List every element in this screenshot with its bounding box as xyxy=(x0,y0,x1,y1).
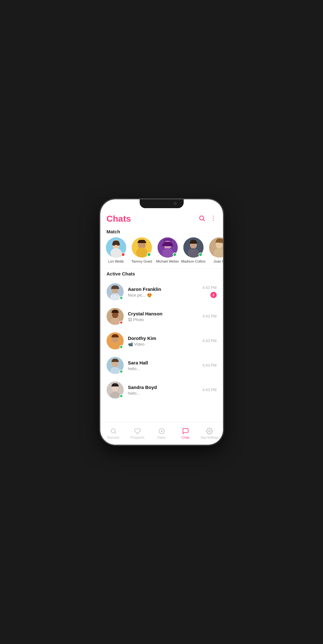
chats-list: Aaron Franklin Nice pic... 😍 4:43 PM 2 xyxy=(100,280,223,422)
match-name-joan: Joan G xyxy=(214,259,223,263)
match-avatar-wrap-joan xyxy=(209,237,223,258)
status-dot-michael xyxy=(173,253,177,257)
chat-item-dorothy[interactable]: Dorothy Kim 📹 Video 4:43 PM xyxy=(100,329,223,353)
active-chats-label: Active Chats xyxy=(100,269,223,280)
chat-preview-crystal: 🖼 Photo xyxy=(128,317,198,322)
chat-avatar-wrap-sara xyxy=(107,357,124,374)
nav-item-prospects[interactable]: Prospects xyxy=(125,428,149,439)
match-name-madison: Madison Collins xyxy=(181,259,206,263)
chat-name-sara: Sara Hall xyxy=(128,360,198,365)
chat-item-aaron[interactable]: Aaron Franklin Nice pic... 😍 4:43 PM 2 xyxy=(100,280,223,304)
chat-meta-aaron: 4:43 PM 2 xyxy=(203,286,217,298)
status-dot-dorothy xyxy=(120,345,123,349)
svg-line-41 xyxy=(115,432,116,434)
chat-item-sara[interactable]: Sara Hall hello... 4:43 PM xyxy=(100,353,223,378)
chat-content-aaron: Aaron Franklin Nice pic... 😍 xyxy=(128,286,198,297)
nav-item-dates[interactable]: Dates xyxy=(149,428,173,439)
match-item-joan[interactable]: Joan G xyxy=(209,237,223,263)
nav-item-chats[interactable]: Chats xyxy=(174,428,198,439)
status-dot-tammy xyxy=(147,253,151,257)
chat-preview-dorothy: 📹 Video xyxy=(128,342,198,347)
match-section-label: Match xyxy=(100,226,223,237)
match-name-tammy: Tammy Grant xyxy=(131,259,152,263)
chat-name-crystal: Crystal Hanson xyxy=(128,311,198,316)
match-avatar-wrap-tammy xyxy=(132,237,152,258)
camera xyxy=(174,202,177,205)
search-icon[interactable] xyxy=(198,215,205,223)
match-avatar-joan xyxy=(209,237,223,258)
chat-meta-crystal: 4:43 PM xyxy=(203,314,217,319)
page-title: Chats xyxy=(107,214,131,224)
phone-screen: Chats xyxy=(100,199,223,445)
chat-time-sandra: 4:43 PM xyxy=(203,388,217,392)
chat-content-dorothy: Dorothy Kim 📹 Video xyxy=(128,336,198,347)
nav-label-app-settings: App Settings xyxy=(201,436,219,439)
chat-avatar-wrap-dorothy xyxy=(107,332,124,349)
chat-time-dorothy: 4:43 PM xyxy=(203,339,217,343)
chat-preview-sandra: hello... xyxy=(128,391,198,396)
status-dot-aaron xyxy=(120,296,123,300)
more-icon[interactable] xyxy=(210,215,217,223)
unread-badge-aaron: 2 xyxy=(210,292,217,298)
dates-icon xyxy=(158,428,165,435)
photo-icon: 🖼 xyxy=(128,317,132,322)
match-item-tammy[interactable]: Tammy Grant xyxy=(131,237,153,263)
chat-meta-sara: 4:43 PM xyxy=(203,363,217,368)
chats-nav-icon xyxy=(182,428,189,435)
phone-frame: Chats xyxy=(100,199,223,445)
match-item-madison[interactable]: Madison Collins xyxy=(183,237,204,263)
status-dot-sandra xyxy=(120,394,123,398)
nav-item-app-settings[interactable]: App Settings xyxy=(198,428,221,439)
nav-item-discover[interactable]: Discover xyxy=(102,428,125,439)
chat-content-sara: Sara Hall hello... xyxy=(128,360,198,371)
match-name-lori: Lori Webb xyxy=(108,259,124,263)
svg-point-26 xyxy=(113,294,114,295)
screen-content: Chats xyxy=(100,199,223,445)
chat-item-crystal[interactable]: Crystal Hanson 🖼 Photo 4:43 PM xyxy=(100,304,223,329)
match-avatar-wrap-madison xyxy=(183,237,203,258)
chat-time-aaron: 4:43 PM xyxy=(203,286,217,290)
svg-point-4 xyxy=(213,220,214,221)
nav-label-discover: Discover xyxy=(107,436,120,439)
chat-item-sandra[interactable]: Sandra Boyd hello... 4:43 PM xyxy=(100,378,223,402)
chat-meta-dorothy: 4:43 PM xyxy=(203,339,217,343)
match-name-michael: Michael Weber xyxy=(156,259,179,263)
chat-content-sandra: Sandra Boyd hello... xyxy=(128,385,198,396)
svg-point-13 xyxy=(136,247,148,258)
header: Chats xyxy=(100,209,223,226)
discover-icon xyxy=(110,428,117,435)
svg-point-48 xyxy=(209,430,211,432)
notch xyxy=(140,199,184,208)
chat-name-aaron: Aaron Franklin xyxy=(128,286,198,292)
bottom-nav: Discover Prospects xyxy=(100,422,223,445)
nav-label-prospects: Prospects xyxy=(131,436,144,439)
chat-avatar-wrap-aaron xyxy=(107,283,124,300)
svg-point-3 xyxy=(213,218,214,219)
settings-icon xyxy=(206,428,213,435)
status-dot-crystal xyxy=(120,321,123,324)
chat-preview-sara: hello... xyxy=(128,366,198,371)
svg-point-27 xyxy=(116,295,117,296)
nav-label-dates: Dates xyxy=(157,436,165,439)
chat-name-sandra: Sandra Boyd xyxy=(128,385,198,390)
chat-name-dorothy: Dorothy Kim xyxy=(128,336,198,341)
status-dot-sara xyxy=(120,370,123,373)
prospects-icon xyxy=(134,428,141,435)
header-actions xyxy=(198,215,217,223)
svg-point-2 xyxy=(213,216,214,217)
match-item-lori[interactable]: Lori Webb xyxy=(105,237,127,263)
status-dot-lori xyxy=(121,253,125,257)
nav-label-chats: Chats xyxy=(181,436,190,439)
svg-rect-8 xyxy=(112,244,115,246)
svg-point-40 xyxy=(111,429,115,433)
chat-meta-sandra: 4:43 PM xyxy=(203,388,217,392)
status-dot-madison xyxy=(198,253,203,257)
match-avatar-wrap-lori xyxy=(106,237,126,258)
match-row: Lori Webb xyxy=(100,237,223,268)
match-item-michael[interactable]: Michael Weber xyxy=(157,237,178,263)
chat-preview-aaron: Nice pic... 😍 xyxy=(128,293,198,297)
chat-content-crystal: Crystal Hanson 🖼 Photo xyxy=(128,311,198,322)
chat-avatar-wrap-sandra xyxy=(107,381,124,398)
chat-time-crystal: 4:43 PM xyxy=(203,314,217,319)
svg-line-1 xyxy=(203,219,204,221)
